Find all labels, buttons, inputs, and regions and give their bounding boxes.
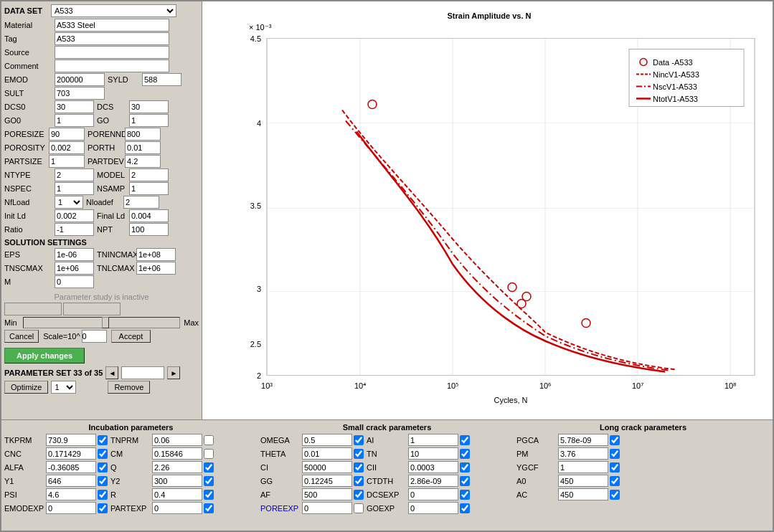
emod-input[interactable] bbox=[55, 73, 105, 86]
r-input[interactable] bbox=[152, 488, 202, 500]
porth-input[interactable] bbox=[125, 141, 161, 154]
a0-input[interactable] bbox=[558, 475, 608, 487]
psi-check[interactable] bbox=[98, 490, 108, 500]
theta-check[interactable] bbox=[354, 449, 364, 459]
y1-input[interactable] bbox=[46, 475, 96, 487]
q-check[interactable] bbox=[204, 462, 214, 472]
omega-check[interactable] bbox=[354, 435, 364, 445]
dataset-select[interactable]: A533 bbox=[51, 4, 176, 17]
tnprm-check[interactable] bbox=[204, 435, 214, 445]
m-input[interactable] bbox=[55, 275, 94, 288]
af-check[interactable] bbox=[354, 490, 364, 500]
alfa-input[interactable] bbox=[46, 461, 96, 473]
accept-button[interactable]: Accept bbox=[111, 330, 151, 343]
slider-track[interactable] bbox=[23, 317, 180, 328]
pm-check[interactable] bbox=[610, 449, 620, 459]
partexp-input[interactable] bbox=[152, 502, 202, 514]
gg-input[interactable] bbox=[302, 475, 352, 487]
cm-check[interactable] bbox=[204, 449, 214, 459]
poresize-input[interactable] bbox=[49, 128, 85, 141]
ai-check[interactable] bbox=[460, 435, 470, 445]
finalld-input[interactable] bbox=[129, 209, 169, 222]
pgca-check[interactable] bbox=[610, 435, 620, 445]
optimize-select[interactable]: 1 bbox=[51, 381, 76, 394]
param-nav-input[interactable] bbox=[121, 366, 164, 379]
cii-check[interactable] bbox=[460, 462, 470, 472]
psi-input[interactable] bbox=[46, 488, 96, 500]
study-input2[interactable] bbox=[63, 303, 121, 315]
param-prev-button[interactable]: ◄ bbox=[105, 366, 118, 379]
apply-changes-button[interactable]: Apply changes bbox=[4, 348, 85, 364]
q-input[interactable] bbox=[152, 461, 202, 473]
tn-check[interactable] bbox=[460, 449, 470, 459]
tkprm-check[interactable] bbox=[98, 435, 108, 445]
source-input[interactable] bbox=[55, 46, 169, 59]
initld-input[interactable] bbox=[55, 209, 94, 222]
tnprm-input[interactable] bbox=[152, 434, 202, 446]
tnlcmax-input[interactable] bbox=[136, 262, 176, 275]
eps-input[interactable] bbox=[55, 248, 94, 261]
cnc-check[interactable] bbox=[98, 449, 108, 459]
npt-input[interactable] bbox=[129, 223, 169, 236]
r-check[interactable] bbox=[204, 490, 214, 500]
nloadef-input[interactable] bbox=[123, 196, 159, 209]
partsize-input[interactable] bbox=[49, 155, 85, 168]
ygcf-check[interactable] bbox=[610, 462, 620, 472]
emodexp-check[interactable] bbox=[98, 503, 108, 513]
optimize-button[interactable]: Optimize bbox=[4, 381, 48, 394]
porennd-input[interactable] bbox=[125, 128, 161, 141]
go0-input[interactable] bbox=[55, 114, 94, 127]
tn-input[interactable] bbox=[408, 447, 458, 460]
scale-input[interactable] bbox=[82, 330, 107, 343]
tnscmax-input[interactable] bbox=[55, 262, 94, 275]
nspec-input[interactable] bbox=[55, 182, 94, 195]
gg-check[interactable] bbox=[354, 476, 364, 486]
dcs-input[interactable] bbox=[129, 100, 169, 113]
comment-input[interactable] bbox=[55, 60, 169, 72]
y1-check[interactable] bbox=[98, 476, 108, 486]
syld-input[interactable] bbox=[142, 73, 181, 86]
ac-check[interactable] bbox=[610, 490, 620, 500]
emodexp-input[interactable] bbox=[46, 502, 96, 514]
cnc-input[interactable] bbox=[46, 447, 96, 460]
ci-check[interactable] bbox=[354, 462, 364, 472]
y2-input[interactable] bbox=[152, 475, 202, 487]
theta-input[interactable] bbox=[302, 447, 352, 460]
dcsexp-input[interactable] bbox=[408, 488, 458, 500]
ai-input[interactable] bbox=[408, 434, 458, 446]
cii-input[interactable] bbox=[408, 461, 458, 473]
pm-input[interactable] bbox=[558, 447, 608, 460]
remove-button[interactable]: Remove bbox=[108, 381, 150, 394]
porosity-input[interactable] bbox=[49, 141, 85, 154]
dcs0-input[interactable] bbox=[55, 100, 94, 113]
ctdth-check[interactable] bbox=[460, 476, 470, 486]
ntype-input[interactable] bbox=[55, 168, 94, 181]
dcsexp-check[interactable] bbox=[460, 490, 470, 500]
ctdth-input[interactable] bbox=[408, 475, 458, 487]
ratio-input[interactable] bbox=[55, 223, 94, 236]
partdev-input[interactable] bbox=[125, 155, 161, 168]
a0-check[interactable] bbox=[610, 476, 620, 486]
partexp-check[interactable] bbox=[204, 503, 214, 513]
sult-input[interactable] bbox=[55, 87, 105, 100]
goexp-input[interactable] bbox=[408, 502, 458, 514]
poreexp-input[interactable] bbox=[302, 502, 352, 514]
omega-input[interactable] bbox=[302, 434, 352, 446]
tag-input[interactable] bbox=[55, 32, 169, 45]
material-input[interactable] bbox=[55, 19, 169, 32]
af-input[interactable] bbox=[302, 488, 352, 500]
goexp-check[interactable] bbox=[460, 503, 470, 513]
pgca-input[interactable] bbox=[558, 434, 608, 446]
nfload-select[interactable]: 1 bbox=[55, 196, 83, 209]
study-input1[interactable] bbox=[4, 303, 62, 315]
ygcf-input[interactable] bbox=[558, 461, 608, 473]
ci-input[interactable] bbox=[302, 461, 352, 473]
model-input[interactable] bbox=[129, 168, 169, 181]
ac-input[interactable] bbox=[558, 488, 608, 500]
go-input[interactable] bbox=[129, 114, 169, 127]
cancel-button[interactable]: Cancel bbox=[4, 330, 39, 343]
y2-check[interactable] bbox=[204, 476, 214, 486]
cm-input[interactable] bbox=[152, 447, 202, 460]
poreexp-check[interactable] bbox=[354, 503, 364, 513]
tkprm-input[interactable] bbox=[46, 434, 96, 446]
